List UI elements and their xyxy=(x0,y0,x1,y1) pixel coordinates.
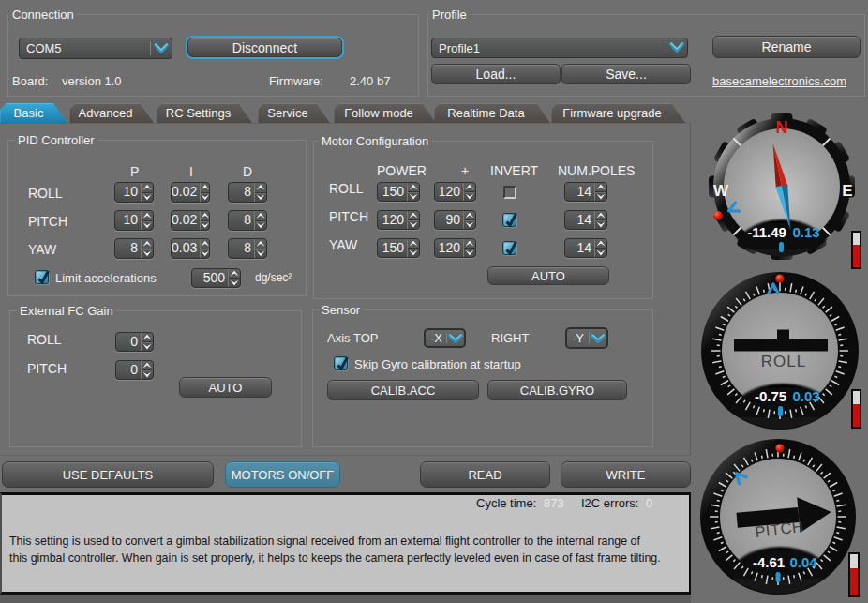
svg-text:0.13: 0.13 xyxy=(792,224,819,240)
svg-text:0.03: 0.03 xyxy=(792,388,819,404)
svg-text:N: N xyxy=(776,118,788,137)
svg-text:0.04: 0.04 xyxy=(789,554,817,570)
svg-text:ROLL: ROLL xyxy=(761,353,806,370)
svg-text:W: W xyxy=(713,182,729,200)
svg-text:-11.49: -11.49 xyxy=(747,224,786,240)
svg-text:E: E xyxy=(842,182,852,200)
svg-text:-0.75: -0.75 xyxy=(755,388,786,404)
svg-text:-4.61: -4.61 xyxy=(753,554,785,570)
